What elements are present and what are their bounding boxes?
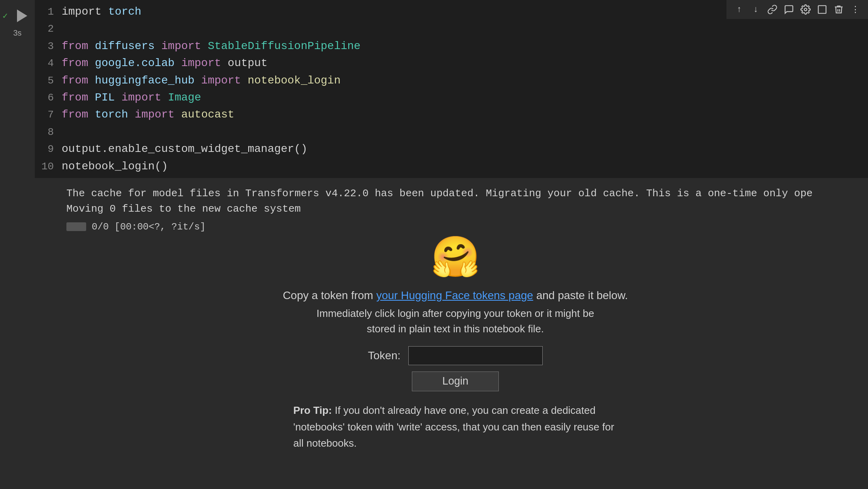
code-line-6: 6 from PIL import Image bbox=[41, 89, 868, 106]
code-line-5: 5 from huggingface_hub import notebook_l… bbox=[41, 72, 868, 89]
run-button[interactable] bbox=[11, 6, 32, 26]
hf-copy-text: Copy a token from your Hugging Face toke… bbox=[283, 289, 628, 302]
svg-point-0 bbox=[804, 8, 807, 11]
hf-protip-bold: Pro Tip: bbox=[293, 404, 332, 416]
settings-icon[interactable] bbox=[798, 2, 813, 17]
output-line-2: Moving 0 files to the new cache system bbox=[66, 201, 844, 217]
link-icon[interactable] bbox=[765, 2, 779, 17]
code-line-9: 9 output.enable_custom_widget_manager() bbox=[41, 140, 868, 157]
cell-content: ↑ ↓ bbox=[35, 0, 868, 476]
hf-protip-text: Pro Tip: If you don't already have one, … bbox=[293, 402, 617, 452]
cell-gutter: ✓ 3s bbox=[0, 0, 35, 476]
code-line-4: 4 from google.colab import output bbox=[41, 55, 868, 72]
code-line-3: 3 from diffusers import StableDiffusionP… bbox=[41, 38, 868, 55]
hf-copy-after: and paste it below. bbox=[533, 289, 628, 301]
code-line-8: 8 bbox=[41, 123, 868, 140]
move-up-icon[interactable]: ↑ bbox=[732, 2, 746, 17]
progress-label: 0/0 [00:00<?, ?it/s] bbox=[92, 222, 206, 232]
code-block[interactable]: 1 import torch 2 3 from diffusers import… bbox=[35, 0, 868, 178]
output-line-1: The cache for model files in Transformer… bbox=[66, 186, 844, 201]
hf-login-widget: 🤗 Copy a token from your Hugging Face to… bbox=[66, 232, 844, 464]
delete-icon[interactable] bbox=[832, 2, 846, 17]
code-line-10: 10 notebook_login() bbox=[41, 158, 868, 175]
more-options-icon[interactable]: ⋮ bbox=[848, 2, 862, 17]
move-down-icon[interactable]: ↓ bbox=[749, 2, 763, 17]
code-line-2: 2 bbox=[41, 20, 868, 37]
notebook-cell: ✓ 3s ↑ ↓ bbox=[0, 0, 868, 476]
hf-token-row: Token: bbox=[368, 346, 543, 365]
hf-tokens-link[interactable]: your Hugging Face tokens page bbox=[376, 289, 533, 301]
svg-rect-1 bbox=[818, 6, 826, 13]
comment-icon[interactable] bbox=[782, 2, 796, 17]
progress-bar bbox=[66, 222, 86, 231]
hf-token-label: Token: bbox=[368, 349, 401, 362]
hf-emoji: 🤗 bbox=[431, 240, 480, 280]
expand-icon[interactable] bbox=[815, 2, 829, 17]
code-line-7: 7 from torch import autocast bbox=[41, 106, 868, 123]
cell-toolbar: ↑ ↓ bbox=[726, 0, 868, 19]
hf-token-input[interactable] bbox=[408, 346, 543, 365]
hf-copy-before: Copy a token from bbox=[283, 289, 376, 301]
hf-login-button[interactable]: Login bbox=[412, 371, 499, 391]
progress-row: 0/0 [00:00<?, ?it/s] bbox=[66, 222, 844, 232]
hf-warning-text: Immediately click login after copying yo… bbox=[301, 306, 609, 337]
play-icon bbox=[17, 9, 27, 22]
run-status-icon: ✓ bbox=[2, 12, 8, 21]
run-time-label: 3s bbox=[13, 28, 21, 38]
output-area: The cache for model files in Transformer… bbox=[35, 178, 868, 476]
hf-protip-content: If you don't already have one, you can c… bbox=[293, 404, 614, 449]
